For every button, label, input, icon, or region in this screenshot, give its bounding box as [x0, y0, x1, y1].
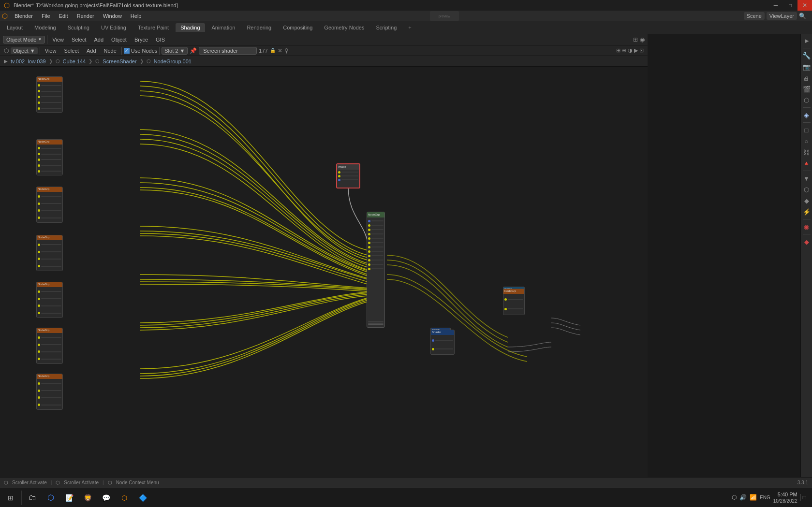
- pin-btn[interactable]: ⚲: [284, 47, 289, 54]
- tray-icon-2[interactable]: 🔊: [739, 494, 747, 501]
- menu-edit[interactable]: Edit: [55, 12, 72, 20]
- object-mode-dropdown[interactable]: Object Mode ▼: [3, 36, 45, 43]
- bryce-btn[interactable]: Bryce: [132, 36, 151, 43]
- breadcrumb-item-4[interactable]: NodeGroup.001: [154, 58, 192, 64]
- tool-separator-2: [803, 107, 811, 108]
- object-btn[interactable]: Object: [108, 36, 130, 43]
- breadcrumb-item-1[interactable]: tv.002_low.039: [11, 58, 46, 64]
- menu-help[interactable]: Help: [127, 12, 146, 20]
- node-card-orange-5[interactable]: NodeGrp: [36, 282, 63, 318]
- fullscreen-icon[interactable]: ⊡: [639, 47, 644, 54]
- taskbar-brave[interactable]: 🦁: [79, 489, 96, 507]
- tray-icon-1[interactable]: ⬡: [732, 494, 737, 501]
- tab-layout[interactable]: Layout: [2, 23, 28, 32]
- start-button[interactable]: ⊞: [2, 489, 19, 507]
- breadcrumb-item-2[interactable]: Cube.144: [63, 58, 86, 64]
- menu-window[interactable]: Window: [99, 12, 126, 20]
- node-card-orange-7[interactable]: NodeGrp: [36, 374, 63, 410]
- tool-node-group[interactable]: ◆: [802, 237, 812, 246]
- taskbar-blender[interactable]: ⬡: [116, 489, 133, 507]
- taskbar-app[interactable]: 🔷: [134, 489, 151, 507]
- add-workspace-button[interactable]: +: [403, 23, 416, 32]
- view-btn[interactable]: View: [49, 36, 67, 43]
- node-node-btn[interactable]: Node: [101, 47, 119, 55]
- tool-world[interactable]: ○: [802, 136, 812, 146]
- node-card-orange-3[interactable]: NodeGrp: [36, 187, 63, 223]
- tab-animation[interactable]: Animation: [207, 23, 240, 32]
- close-button[interactable]: ✕: [797, 0, 812, 11]
- tool-material[interactable]: ◈: [802, 110, 812, 120]
- tool-bone[interactable]: ⬡: [802, 185, 812, 194]
- menu-render[interactable]: Render: [73, 12, 98, 20]
- tool-constraint[interactable]: ◉: [802, 222, 812, 232]
- tab-texture-paint[interactable]: Texture Paint: [133, 23, 174, 32]
- search-header-icon[interactable]: 🔍: [799, 13, 806, 19]
- render-preview-icon[interactable]: ◉: [640, 36, 645, 43]
- minimize-button[interactable]: ─: [768, 0, 783, 11]
- tab-compositing[interactable]: Compositing: [278, 23, 317, 32]
- node-canvas[interactable]: IMG Map Val: [0, 67, 648, 477]
- clock[interactable]: 5:40 PM 10/28/2022: [773, 491, 797, 504]
- tool-data[interactable]: ▼: [802, 174, 812, 183]
- overlay-icon[interactable]: ⊞: [616, 47, 620, 54]
- top-center-node[interactable]: Image: [336, 163, 360, 188]
- menu-file[interactable]: File: [38, 12, 54, 20]
- fake-user-icon[interactable]: 🔒: [270, 48, 276, 53]
- node-select-btn[interactable]: Select: [61, 47, 82, 55]
- breadcrumb-item-3[interactable]: ScreenShader: [103, 58, 136, 64]
- tool-pin[interactable]: ▶: [802, 36, 812, 45]
- tab-geometry-nodes[interactable]: Geometry Nodes: [319, 23, 369, 32]
- extra-icon[interactable]: ▶: [634, 47, 638, 54]
- tool-view[interactable]: 🎬: [802, 84, 812, 94]
- scene-selector[interactable]: Scene: [744, 12, 765, 20]
- tab-scripting[interactable]: Scripting: [371, 23, 401, 32]
- tool-render[interactable]: 📷: [802, 62, 812, 72]
- node-card-orange-1[interactable]: NodeGrp: [36, 76, 63, 113]
- taskbar-chrome[interactable]: ⬡: [42, 489, 59, 507]
- taskbar-notepad[interactable]: 📝: [60, 489, 78, 507]
- center-large-node[interactable]: NodeGrp: [367, 212, 385, 328]
- tool-modifier[interactable]: 🔺: [802, 159, 812, 168]
- tool-particle[interactable]: ◆: [802, 196, 812, 205]
- node-card-orange-2[interactable]: NodeGrp: [36, 139, 63, 175]
- tray-icon-network[interactable]: 📶: [750, 494, 757, 501]
- shader-name-input[interactable]: Screen shader: [199, 47, 257, 55]
- unlink-icon[interactable]: ✕: [278, 47, 282, 54]
- node-right-b7[interactable]: Shader: [430, 330, 455, 355]
- pin-icon[interactable]: 📌: [190, 47, 197, 54]
- node-right-5[interactable]: NodeGrp: [503, 289, 525, 315]
- use-nodes-checkbox[interactable]: ✓ Use Nodes: [124, 48, 157, 54]
- node-add-btn[interactable]: Add: [84, 47, 99, 55]
- tab-uv-editing[interactable]: UV Editing: [96, 23, 131, 32]
- viewport-shade-icon[interactable]: ◑: [628, 47, 633, 54]
- node-card-orange-4[interactable]: NodeGrp: [36, 235, 63, 271]
- tool-physics[interactable]: ⚡: [802, 207, 812, 217]
- gizmo-icon[interactable]: ⊕: [622, 47, 626, 54]
- show-desktop-btn[interactable]: □: [800, 494, 806, 501]
- taskbar-file-explorer[interactable]: 🗂: [24, 489, 41, 507]
- taskbar-discord[interactable]: 💬: [97, 489, 115, 507]
- object-selector[interactable]: Object ▼: [11, 47, 38, 54]
- select-btn[interactable]: Select: [69, 36, 89, 43]
- tool-output[interactable]: 🖨: [802, 73, 812, 83]
- node-card-orange-6[interactable]: NodeGrp: [36, 328, 63, 364]
- viewport-icon[interactable]: ⊞: [633, 36, 638, 43]
- slot-selector[interactable]: Slot 2 ▼: [162, 47, 188, 55]
- tool-object-constraint[interactable]: ⛓: [802, 147, 812, 157]
- view-layer-selector[interactable]: ViewLayer: [767, 12, 797, 20]
- tray-icon-lang[interactable]: ENG: [760, 495, 770, 500]
- tab-rendering[interactable]: Rendering: [242, 23, 276, 32]
- node-view-btn[interactable]: View: [42, 47, 59, 55]
- tool-scene[interactable]: 🔧: [802, 51, 812, 60]
- menu-blender[interactable]: Blender: [11, 12, 37, 20]
- tool-compositor[interactable]: ⬡: [802, 95, 812, 105]
- tab-shading[interactable]: Shading: [176, 23, 205, 32]
- tab-sculpting[interactable]: Sculpting: [63, 23, 94, 32]
- window-controls[interactable]: ─ □ ✕: [768, 0, 812, 11]
- tool-object[interactable]: □: [802, 125, 812, 135]
- gis-btn[interactable]: GIS: [153, 36, 168, 43]
- tab-modeling[interactable]: Modeling: [30, 23, 61, 32]
- maximize-button[interactable]: □: [783, 0, 797, 11]
- add-btn[interactable]: Add: [91, 36, 107, 43]
- title-text: Blender* [D:\Work\on going projects\Fall…: [14, 2, 178, 8]
